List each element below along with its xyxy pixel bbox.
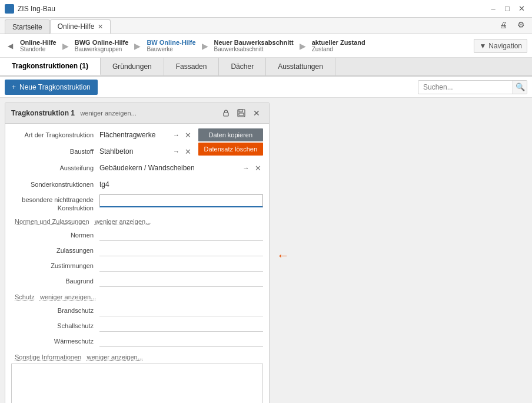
field-value-baustoff: Stahlbeton → ✕ <box>99 146 194 157</box>
field-controls-aussteifung: → ✕ <box>241 163 263 173</box>
new-button-label: Neue Tragkonstruktion <box>19 83 91 91</box>
section-sonstige-title: Sonstige Informationen <box>15 354 81 361</box>
breadcrumb-item-5[interactable]: aktueller Zustand Zustand <box>307 34 370 58</box>
section-sonstige-toggle[interactable]: weniger anzeigen... <box>87 354 142 361</box>
save-icon-btn[interactable] <box>235 107 248 120</box>
search-icon[interactable]: 🔍 <box>513 80 527 94</box>
app-icon <box>5 4 14 14</box>
delete-button[interactable]: Datensatz löschen <box>198 143 264 156</box>
orange-arrow-indicator: ← <box>277 248 290 263</box>
section-schutz-header: Schutz weniger anzeigen... <box>11 293 263 301</box>
tab-online-hilfe[interactable]: Online-Hilfe ✕ <box>50 19 111 34</box>
print-icon[interactable]: 🖨 <box>497 18 510 31</box>
field-label-baustoff: Baustoff <box>11 147 99 156</box>
besondere-input[interactable] <box>99 194 263 207</box>
breadcrumb-sep-3: ▶ <box>202 41 208 51</box>
cat-tab-fassaden[interactable]: Fassaden <box>164 58 220 75</box>
form-card-subtitle[interactable]: weniger anzeigen... <box>80 110 136 117</box>
toolbar: + Neue Tragkonstruktion 🔍 <box>0 77 532 98</box>
new-tragkonstruktion-button[interactable]: + Neue Tragkonstruktion <box>5 80 98 95</box>
field-baugrund: Baugrund <box>11 274 263 288</box>
section-schutz-title: Schutz <box>15 293 35 300</box>
form-card-tragkonstruktion: Tragkonstruktion 1 weniger anzeigen... <box>5 103 270 403</box>
field-normen: Normen <box>11 228 263 242</box>
field-value-besondere <box>99 194 263 207</box>
section-normen-toggle[interactable]: weniger anzeigen... <box>95 218 151 225</box>
breadcrumb-bar: ◀ Online-Hilfe Standorte ▶ BWG Online-Hi… <box>0 34 532 58</box>
breadcrumb-sep-2: ▶ <box>134 41 141 51</box>
search-input[interactable] <box>418 83 513 91</box>
field-value-sonder: tg4 <box>99 180 263 189</box>
field-sonderkonstruktionen: Sonderkonstruktionen tg4 <box>11 177 263 192</box>
field-zulassungen: Zulassungen <box>11 243 263 257</box>
breadcrumb-item-3[interactable]: BW Online-Hilfe Bauwerke <box>142 34 200 58</box>
minimize-button[interactable]: – <box>487 3 499 15</box>
field-baustoff: Baustoff Stahlbeton → ✕ <box>11 144 194 159</box>
close-button[interactable]: ✕ <box>516 3 527 15</box>
breadcrumb-nav-dropdown[interactable]: ▼ Navigation <box>474 39 527 53</box>
field-arrow-art[interactable]: → <box>171 130 182 140</box>
svg-rect-2 <box>239 110 242 112</box>
field-arrow-baustoff[interactable]: → <box>171 146 182 157</box>
cat-tab-ausstattungen[interactable]: Ausstattungen <box>266 58 335 75</box>
close-card-icon[interactable]: ✕ <box>250 107 263 120</box>
section-normen-header: Normen und Zulassungen weniger anzeigen.… <box>11 217 263 226</box>
tab-startseite-label: Startseite <box>12 23 42 31</box>
nav-dropdown-arrow: ▼ <box>479 42 486 50</box>
field-brandschutz: Brandschutz <box>11 303 263 318</box>
copy-button[interactable]: Daten kopieren <box>198 128 264 141</box>
form-card-title: Tragkonstruktion 1 <box>11 109 75 117</box>
tab-list: Startseite Online-Hilfe ✕ <box>5 19 111 34</box>
tab-startseite[interactable]: Startseite <box>5 19 50 34</box>
form-card-icons: ✕ <box>220 107 263 120</box>
tabbar-action-icons: 🖨 ⚙ <box>497 18 527 34</box>
field-art-tragkonstruktion: Art der Tragkonstruktion Flächentragwerk… <box>11 127 194 143</box>
cat-tab-tragkonstruktionen[interactable]: Tragkonstruktionen (1) <box>0 58 101 75</box>
form-card-header: Tragkonstruktion 1 weniger anzeigen... <box>5 103 269 124</box>
main-content: Tragkonstruktion 1 weniger anzeigen... <box>0 98 532 403</box>
app-title: ZIS Ing-Bau <box>18 5 55 13</box>
action-buttons: Daten kopieren Datensatz löschen <box>198 127 264 160</box>
plus-icon: + <box>12 83 16 91</box>
breadcrumb-item-2[interactable]: BWG Online-Hilfe Bauwerksgruppen <box>70 34 134 58</box>
tab-online-hilfe-label: Online-Hilfe <box>58 22 95 31</box>
cat-tab-gruendungen[interactable]: Gründungen <box>101 58 164 75</box>
breadcrumb-sep-4: ▶ <box>300 41 306 51</box>
sonstige-textarea[interactable] <box>11 364 263 403</box>
maximize-button[interactable]: □ <box>501 3 513 15</box>
breadcrumb-item-4[interactable]: Neuer Bauwerksabschnitt Bauwerksabschnit… <box>210 34 298 58</box>
field-zustimmungen: Zustimmungen <box>11 259 263 273</box>
titlebar-controls: – □ ✕ <box>487 3 527 15</box>
settings-icon[interactable]: ⚙ <box>514 18 527 31</box>
section-schutz-toggle[interactable]: weniger anzeigen... <box>40 293 96 300</box>
field-value-art: Flächentragwerke → ✕ <box>99 130 194 140</box>
tabbar: Startseite Online-Hilfe ✕ 🖨 ⚙ <box>0 18 532 34</box>
form-area: Tragkonstruktion 1 weniger anzeigen... <box>5 103 527 403</box>
field-label-art: Art der Tragkonstruktion <box>11 131 99 139</box>
field-clear-art[interactable]: ✕ <box>183 130 194 140</box>
titlebar-left: ZIS Ing-Bau <box>5 4 55 14</box>
form-card-title-area: Tragkonstruktion 1 weniger anzeigen... <box>11 109 137 117</box>
form-body: Art der Tragkonstruktion Flächentragwerk… <box>5 124 269 403</box>
tab-close-icon[interactable]: ✕ <box>98 23 103 31</box>
search-container: 🔍 <box>418 80 527 94</box>
breadcrumb-sep-1: ▶ <box>62 41 69 51</box>
field-controls-art: → ✕ <box>171 130 194 140</box>
breadcrumb-back-btn[interactable]: ◀ <box>5 41 15 51</box>
cat-tab-daecher[interactable]: Dächer <box>219 58 266 75</box>
breadcrumb-item-1[interactable]: Online-Hilfe Standorte <box>15 34 61 58</box>
field-label-aussteifung: Aussteifung <box>11 164 99 172</box>
field-value-aussteifung: Gebäudekern / Wandscheiben → ✕ <box>99 163 263 173</box>
field-controls-baustoff: → ✕ <box>171 146 194 157</box>
field-clear-baustoff[interactable]: ✕ <box>183 146 194 157</box>
field-aussteifung: Aussteifung Gebäudekern / Wandscheiben →… <box>11 160 263 176</box>
field-besondere: besondere nichttragendeKonstruktion <box>11 193 263 213</box>
nav-dropdown-label: Navigation <box>488 42 522 50</box>
field-clear-aussteifung[interactable]: ✕ <box>252 163 263 173</box>
field-label-sonder: Sonderkonstruktionen <box>11 180 99 189</box>
lock-icon-btn[interactable] <box>220 107 232 120</box>
field-arrow-aussteifung[interactable]: → <box>241 163 251 173</box>
svg-rect-3 <box>239 113 244 115</box>
field-waermeschutz: Wärmeschutz <box>11 334 263 348</box>
titlebar: ZIS Ing-Bau – □ ✕ <box>0 0 532 18</box>
